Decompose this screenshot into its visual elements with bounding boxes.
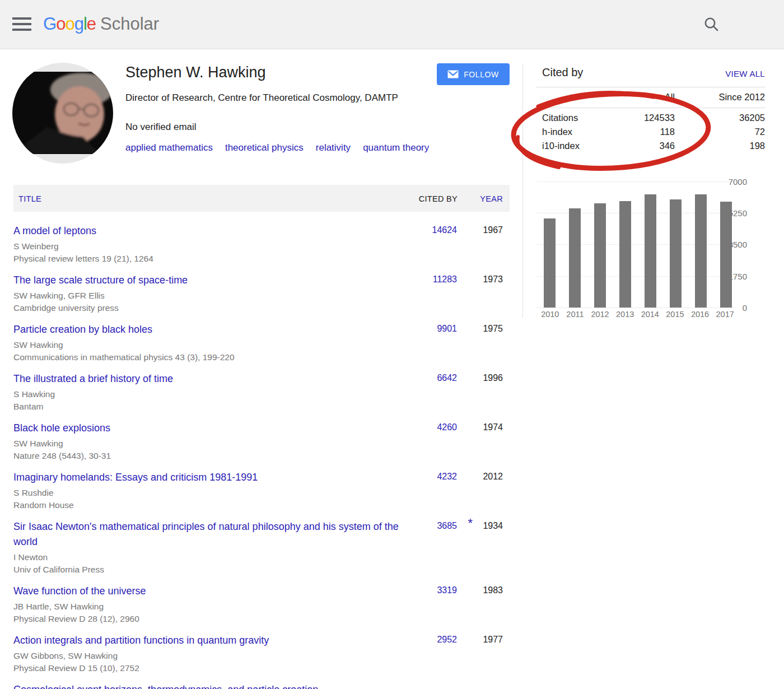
publication-venue: Random House (13, 499, 510, 511)
col-header-all: All (665, 92, 675, 103)
merged-citations-star-icon: * (468, 516, 473, 530)
publication-authors: I Newton (13, 551, 510, 564)
cited-by-count-link[interactable]: 4232 (437, 472, 457, 482)
follow-label: FOLLOW (464, 70, 499, 79)
publication-venue: Communications in mathematical physics 4… (13, 351, 510, 364)
interest-link[interactable]: relativity (316, 142, 351, 153)
sort-by-year-header[interactable]: YEAR (480, 194, 503, 203)
publication-row: Action integrals and partition functions… (13, 635, 510, 674)
cited-by-count-link[interactable]: 14624 (432, 225, 458, 235)
publication-title-link[interactable]: Cosmological event horizons, thermodynam… (13, 682, 417, 689)
profile-name: Stephen W. Hawking (125, 64, 266, 81)
publication-year: 1974 (483, 422, 503, 432)
publication-authors: SW Hawking (13, 437, 510, 450)
y-tick: 1750 (713, 272, 747, 281)
publication-row-clipped: Cosmological event horizons, thermodynam… (13, 684, 510, 689)
logo-letter: G (43, 14, 56, 34)
logo-letter: o (56, 14, 65, 34)
x-tick: 2014 (638, 310, 663, 319)
x-tick: 2010 (538, 310, 563, 319)
interest-link[interactable]: theoretical physics (225, 142, 304, 153)
publication-venue: Physical review letters 19 (21), 1264 (13, 253, 510, 265)
profile-interests: applied mathematicstheoretical physicsre… (125, 141, 439, 155)
publication-title-link[interactable]: Black hole explosions (13, 421, 417, 436)
chart-bar (645, 194, 656, 308)
publication-row: Particle creation by black holes SW Hawk… (13, 324, 510, 364)
chart-bar (619, 201, 631, 308)
publication-year: 1934 (483, 521, 503, 531)
publication-authors: SW Hawking, GFR Ellis (13, 290, 510, 302)
publication-year: 1975 (483, 324, 503, 334)
publication-row: The large scale structure of space-time … (13, 274, 510, 314)
publication-row: The illustrated a brief history of time … (13, 373, 510, 413)
view-all-link[interactable]: VIEW ALL (725, 69, 765, 78)
cited-by-count-link[interactable]: 4260 (437, 422, 457, 432)
cited-by-count-link[interactable]: 9901 (437, 324, 457, 334)
profile-email-status: No verified email (125, 122, 197, 133)
publication-authors: SW Hawking (13, 339, 510, 351)
publication-year: 1983 (483, 585, 503, 595)
publication-year: 1977 (483, 635, 503, 645)
publication-title-link[interactable]: The large scale structure of space-time (13, 273, 417, 288)
publication-title-link[interactable]: Action integrals and partition functions… (13, 633, 417, 648)
cited-by-count-link[interactable]: 2952 (437, 635, 457, 645)
publication-row: Sir Isaac Newton's mathematical principl… (13, 521, 510, 576)
cited-by-heading: Cited by (542, 66, 583, 79)
publication-authors: S Rushdie (13, 487, 510, 499)
citations-chart: 2010 2011 2012 2013 2014 2015 2016 2017 … (536, 181, 765, 308)
publication-title-link[interactable]: A model of leptons (13, 224, 417, 239)
menu-icon[interactable] (12, 17, 31, 32)
publication-authors: S Hawking (13, 388, 510, 401)
metric-label: i10-index (542, 141, 580, 151)
metric-value-since: 198 (749, 141, 765, 151)
sort-by-cited-header[interactable]: CITED BY (419, 194, 458, 203)
metric-label: h-index (542, 127, 572, 137)
divider (536, 87, 765, 87)
publication-title-link[interactable]: Particle creation by black holes (13, 322, 417, 337)
chart-bar (670, 199, 682, 308)
sort-by-title-header[interactable]: TITLE (18, 194, 41, 203)
divider (536, 108, 765, 108)
metric-value-all: 346 (659, 141, 675, 151)
interest-link[interactable]: quantum theory (363, 142, 429, 153)
y-tick: 3500 (713, 240, 747, 249)
publication-row: Wave function of the universe JB Hartle,… (13, 585, 510, 625)
publication-title-link[interactable]: Sir Isaac Newton's mathematical principl… (13, 519, 417, 550)
x-tick: 2015 (662, 310, 688, 319)
publication-title-link[interactable]: The illustrated a brief history of time (13, 371, 417, 387)
publication-venue: Cambridge university press (13, 302, 510, 314)
search-icon[interactable] (702, 16, 720, 34)
chart-bars (544, 181, 732, 308)
follow-button[interactable]: FOLLOW (437, 63, 510, 85)
portrait-image (12, 72, 113, 154)
chart-bar (594, 203, 606, 308)
interest-link[interactable]: applied mathematics (125, 142, 213, 153)
cited-by-count-link[interactable]: 3685 (437, 521, 457, 531)
x-tick: 2011 (563, 310, 588, 319)
metric-value-all: 124533 (644, 113, 675, 123)
chart-bar (695, 194, 707, 308)
publication-year: 1996 (483, 373, 503, 383)
cited-by-count-link[interactable]: 6642 (437, 373, 457, 383)
cited-by-count-link[interactable]: 11283 (433, 274, 457, 285)
logo-letter: o (65, 14, 74, 34)
publication-year: 1967 (483, 225, 503, 235)
app-header: GoogleScholar (0, 0, 784, 49)
red-circle-annotation-icon (506, 82, 716, 175)
publication-row: A model of leptons S Weinberg Physical r… (13, 225, 510, 265)
y-tick: 0 (713, 303, 747, 313)
google-scholar-logo[interactable]: GoogleScholar (43, 14, 159, 34)
sidebar-divider (522, 63, 523, 318)
logo-letter: g (74, 14, 83, 34)
publication-row: Imaginary homelands: Essays and criticis… (13, 472, 510, 511)
publication-title-link[interactable]: Imaginary homelands: Essays and criticis… (13, 470, 417, 485)
publication-venue: Univ of California Press (13, 564, 510, 576)
y-tick: 7000 (713, 177, 747, 187)
cited-by-count-link[interactable]: 3319 (437, 585, 457, 595)
col-header-since: Since 2012 (718, 92, 765, 103)
publication-venue: Nature 248 (5443), 30-31 (13, 450, 510, 462)
publication-year: 1973 (483, 274, 503, 285)
publication-venue: Bantam (13, 401, 510, 413)
publication-authors: GW Gibbons, SW Hawking (13, 650, 510, 662)
publication-title-link[interactable]: Wave function of the universe (13, 584, 417, 599)
